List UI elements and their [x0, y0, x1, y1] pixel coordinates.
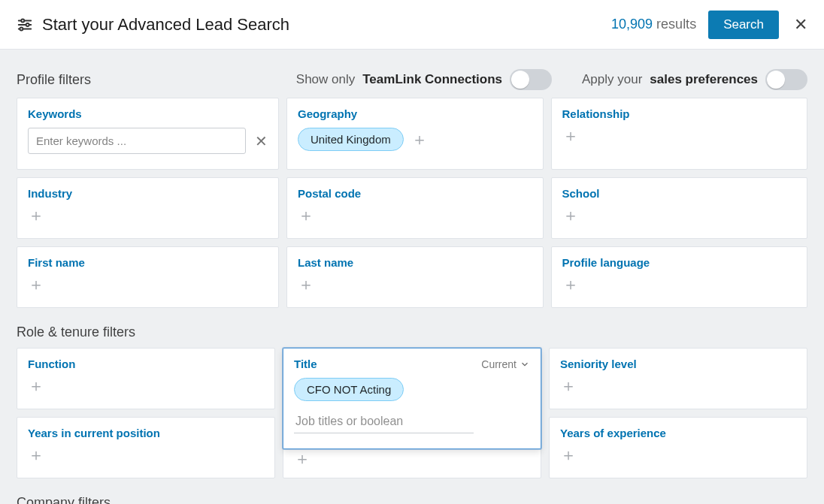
- add-relationship-icon[interactable]: ＋: [562, 126, 579, 145]
- filter-keywords[interactable]: Keywords ✕: [17, 98, 279, 170]
- filter-school[interactable]: School ＋: [551, 177, 808, 239]
- filter-seniority[interactable]: Seniority level ＋: [549, 348, 807, 409]
- title-scope-selector[interactable]: Current: [481, 358, 530, 370]
- filter-label: Keywords: [28, 107, 268, 120]
- add-function-icon[interactable]: ＋: [28, 376, 44, 395]
- add-postal-icon[interactable]: ＋: [298, 206, 314, 225]
- filter-label: Years in current position: [28, 427, 264, 439]
- filter-industry[interactable]: Industry ＋: [17, 177, 279, 239]
- filter-title[interactable]: Title Current CFO NOT Acting: [283, 348, 541, 449]
- filters-icon: [17, 17, 33, 33]
- section-company-filters: Company filters: [17, 495, 807, 504]
- geography-pill[interactable]: United Kingdom: [298, 128, 404, 151]
- svg-point-3: [26, 23, 29, 26]
- filter-label: Years of experience: [560, 427, 796, 439]
- teamlink-toggle[interactable]: [510, 69, 552, 90]
- add-seniority-icon[interactable]: ＋: [560, 376, 577, 395]
- filter-label: First name: [28, 256, 268, 269]
- top-bar: Start your Advanced Lead Search 10,909 r…: [0, 0, 824, 50]
- svg-point-5: [20, 27, 23, 30]
- results-number: 10,909: [611, 17, 653, 32]
- filter-label: Seniority level: [560, 358, 796, 370]
- filter-years-experience[interactable]: Years of experience ＋: [549, 417, 807, 478]
- filter-function[interactable]: Function ＋: [17, 348, 275, 409]
- filter-label: Last name: [298, 256, 532, 269]
- filter-label: Postal code: [298, 187, 532, 200]
- filter-label: Function: [28, 358, 264, 370]
- add-industry-icon[interactable]: ＋: [28, 206, 44, 225]
- add-years-experience-icon[interactable]: ＋: [560, 445, 577, 464]
- clear-keywords-icon[interactable]: ✕: [255, 132, 268, 150]
- filter-last-name[interactable]: Last name ＋: [286, 246, 544, 308]
- filter-label: School: [562, 187, 797, 200]
- keywords-input[interactable]: [28, 128, 246, 154]
- section-role-filters: Role & tenure filters: [17, 324, 807, 340]
- filter-label: Industry: [28, 187, 268, 200]
- close-icon[interactable]: ✕: [794, 15, 807, 35]
- add-years-position-icon[interactable]: ＋: [28, 445, 44, 464]
- page-title: Start your Advanced Lead Search: [42, 15, 289, 35]
- filter-postal-code[interactable]: Postal code ＋: [286, 177, 544, 239]
- filter-label: Relationship: [562, 107, 797, 120]
- results-count: 10,909 results: [611, 17, 696, 32]
- chevron-down-icon: [520, 359, 530, 370]
- title-input[interactable]: [294, 409, 474, 433]
- filter-years-position[interactable]: Years in current position ＋: [17, 417, 275, 478]
- filter-title-wrap: Title Current CFO NOT Acting: [283, 348, 541, 409]
- salespref-toggle[interactable]: [765, 69, 807, 90]
- filter-label: Profile language: [562, 256, 797, 269]
- add-first-name-icon[interactable]: ＋: [28, 275, 44, 294]
- svg-point-1: [21, 19, 24, 22]
- filter-label: Title: [294, 358, 317, 370]
- section-profile-filters: Profile filters: [17, 72, 266, 88]
- filter-geography[interactable]: Geography United Kingdom ＋: [286, 98, 544, 170]
- add-geography-icon[interactable]: ＋: [411, 131, 428, 148]
- filter-relationship[interactable]: Relationship ＋: [551, 98, 808, 170]
- results-label: results: [656, 17, 696, 32]
- search-button[interactable]: Search: [708, 11, 779, 39]
- add-title-icon[interactable]: ＋: [294, 451, 311, 467]
- salespref-toggle-label: Apply your sales preferences: [582, 69, 807, 90]
- add-school-icon[interactable]: ＋: [562, 206, 579, 225]
- add-last-name-icon[interactable]: ＋: [298, 275, 314, 294]
- filter-label: Geography: [298, 107, 532, 120]
- add-language-icon[interactable]: ＋: [562, 275, 579, 294]
- teamlink-toggle-label: Show only TeamLink Connections: [296, 69, 552, 90]
- filter-first-name[interactable]: First name ＋: [17, 246, 279, 308]
- filter-profile-language[interactable]: Profile language ＋: [551, 246, 808, 308]
- title-pill[interactable]: CFO NOT Acting: [294, 378, 404, 401]
